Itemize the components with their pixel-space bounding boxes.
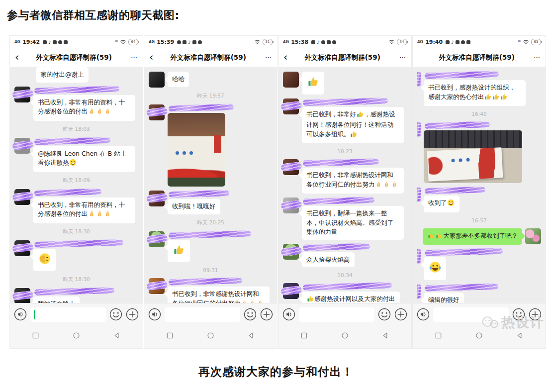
more-icon[interactable]: ⋯ [126, 54, 138, 61]
app-icon [183, 40, 186, 44]
plus-icon[interactable] [260, 308, 273, 321]
received-message-bubble[interactable]: 书已收到，非常感谢热设计网和各位行业同仁的付出努力 [168, 287, 270, 303]
voice-icon[interactable] [148, 308, 161, 321]
avatar[interactable] [149, 231, 165, 247]
back-icon[interactable]: ‹ [149, 52, 156, 63]
emoji-thumbs-up [307, 295, 314, 303]
network-indicator: 4G [149, 40, 155, 44]
received-message-bubble[interactable]: 书已收到，非常好，感谢热设计网！感谢各位同行！这种活动可以多多组织。 [302, 107, 404, 144]
nav-back-icon[interactable] [516, 332, 524, 339]
plus-icon[interactable] [529, 308, 542, 321]
emoji-icon[interactable] [378, 308, 391, 321]
avatar-cropped-scribble[interactable] [417, 284, 421, 299]
avatar[interactable] [149, 278, 165, 294]
nav-recents-icon[interactable] [435, 332, 442, 339]
message-row: 大家那差不多都收到了吧？ [417, 228, 541, 245]
nav-home-icon[interactable] [341, 332, 349, 339]
received-message-bubble[interactable]: 众人拾柴火焰高 [302, 252, 355, 268]
avatar-flower[interactable] [525, 228, 541, 244]
avatar[interactable] [283, 98, 299, 114]
message-column: 书已收到，翻译一篇换来一整本，中认识材火焰高。感受到了集体的力量 [302, 197, 404, 240]
received-message-bubble[interactable]: 书已收到，非常有用的资料，十分感谢各位的付出 [33, 95, 135, 121]
received-message-bubble[interactable] [302, 72, 324, 95]
received-message-bubble[interactable]: 书已收到，非常感谢热设计网和各位行业同仁的付出努力 [302, 168, 404, 194]
avatar[interactable] [14, 189, 30, 205]
nav-home-icon[interactable] [73, 332, 80, 339]
avatar[interactable] [14, 288, 30, 303]
emoji-icon[interactable] [244, 308, 257, 321]
text-input[interactable] [299, 307, 374, 322]
nav-recents-icon[interactable] [300, 332, 308, 339]
avatar-cropped-scribble[interactable] [417, 249, 421, 264]
nav-back-icon[interactable] [248, 332, 255, 339]
avatar-cropped-scribble[interactable] [417, 187, 421, 202]
avatar[interactable] [14, 138, 30, 154]
dot-icon [321, 40, 325, 44]
received-message-bubble[interactable]: 书已收到，翻译一篇换来一整本，中认识材火焰高。感受到了集体的力量 [302, 206, 404, 240]
plus-icon[interactable] [126, 308, 139, 321]
emoji-face [69, 159, 77, 169]
received-message-bubble[interactable]: 家的付出@谢上 [36, 67, 89, 83]
voice-icon[interactable] [282, 308, 295, 321]
text-input[interactable] [433, 307, 509, 322]
back-icon[interactable]: ‹ [283, 52, 290, 63]
avatar[interactable] [283, 197, 299, 213]
message-column [424, 249, 503, 280]
received-message-bubble[interactable]: @陈继良 Leon Chen 在 B 站上看你讲散热 [33, 146, 135, 172]
message-column: 书已收到，非常感谢热设计网和各位行业同仁的付出努力 [302, 159, 404, 194]
received-message-bubble[interactable]: 我的还在路上 [33, 296, 80, 303]
avatar-cropped-scribble[interactable] [417, 72, 421, 87]
more-icon[interactable]: ⋯ [260, 54, 272, 61]
avatar[interactable] [283, 159, 299, 175]
more-icon[interactable]: ⋯ [529, 54, 541, 61]
voice-icon[interactable] [417, 308, 430, 321]
nav-home-icon[interactable] [475, 332, 483, 339]
sent-message-bubble[interactable]: 大家那差不多都收到了吧？ [423, 228, 522, 245]
app-icon [446, 40, 450, 44]
received-message-bubble[interactable]: 收到了 [424, 196, 460, 212]
text-input[interactable] [30, 307, 106, 322]
plus-icon[interactable] [394, 308, 407, 321]
emoji-icon[interactable] [512, 308, 525, 321]
text-input[interactable] [165, 307, 240, 322]
nav-back-icon[interactable] [382, 332, 389, 339]
emoji-icon[interactable] [109, 308, 122, 321]
voice-icon[interactable] [14, 308, 27, 321]
message-row: 书已收到，非常有用的资料，十分感谢各位的付出 [14, 189, 138, 223]
chat-header: 外文标准自愿译制群(59)⋯ [413, 48, 546, 67]
message-column [302, 72, 324, 95]
received-message-bubble[interactable]: 哈哈 [168, 72, 189, 87]
avatar[interactable] [14, 87, 30, 102]
avatar[interactable] [14, 240, 30, 256]
chat-title: 外文标准自愿译制群(59) [22, 53, 126, 62]
avatar[interactable] [283, 283, 299, 299]
input-bar [10, 303, 143, 325]
photo-message-book-portrait[interactable] [168, 113, 225, 187]
nav-recents-icon[interactable] [166, 332, 174, 339]
avatar[interactable] [149, 72, 165, 88]
received-message-bubble[interactable]: 书已收到，感谢热设计的组织，感谢大家的热心付出 [424, 80, 526, 106]
avatar[interactable] [283, 72, 299, 88]
avatar[interactable] [149, 104, 165, 120]
avatar[interactable] [149, 191, 165, 206]
received-message-bubble[interactable] [424, 257, 446, 280]
received-message-bubble[interactable]: 书已收到，非常有用的资料，十分感谢各位的付出 [33, 197, 135, 223]
avatar-scribble [280, 246, 302, 256]
received-message-bubble[interactable] [33, 249, 56, 272]
avatar-cropped-scribble[interactable] [417, 122, 421, 137]
nav-recents-icon[interactable] [32, 332, 39, 339]
nav-home-icon[interactable] [207, 332, 214, 339]
more-icon[interactable]: ⋯ [394, 54, 406, 61]
received-message-bubble[interactable]: 收到啦！嘎嘎好 [168, 199, 220, 214]
received-message-bubble[interactable] [168, 240, 190, 263]
photo-message-book-landscape[interactable] [424, 130, 522, 183]
back-icon[interactable]: ‹ [15, 52, 22, 63]
photo-red-splash [168, 167, 225, 178]
received-message-bubble[interactable]: 感谢热设计网以及大家的付出 [302, 292, 400, 303]
received-message-bubble[interactable]: 编辑的很好 [424, 293, 464, 303]
nav-back-icon[interactable] [113, 332, 121, 339]
avatar[interactable] [283, 244, 299, 260]
message-column: 书已收到，非常感谢热设计网和各位行业同仁的付出努力 [168, 278, 270, 303]
timestamp: 昨天 18:09 [14, 177, 138, 184]
chat-area: 书已收到，感谢热设计的组织，感谢大家的热心付出16:40收到了16:57大家那差… [413, 67, 546, 303]
